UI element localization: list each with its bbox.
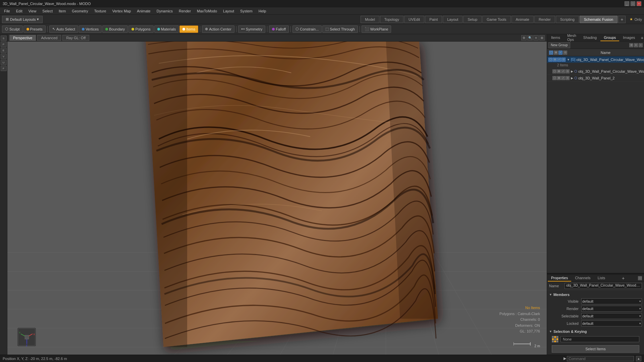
tree-child-2[interactable]: ⬡ ⊞ ✓ ⊙ ▶ ⬡ obj_3D_Wall_Panel_2 [547, 75, 644, 81]
tree-child1-icon-3[interactable]: ✓ [561, 69, 565, 73]
locked-select[interactable]: default ▾ [581, 320, 642, 326]
right-tab-groups[interactable]: Groups [600, 35, 619, 41]
star-only-toggle[interactable]: ★ Only [630, 17, 642, 21]
tree-root-icon-4[interactable]: ⊙ [561, 58, 566, 62]
left-tool-1[interactable]: S [1, 36, 7, 41]
tree-child2-icon-4[interactable]: ⊙ [566, 76, 570, 80]
menu-animate[interactable]: Animate [134, 8, 153, 14]
name-value[interactable]: obj_3D_Wall_Panel_Circular_Wave_Wood (2) [565, 283, 642, 289]
menu-layout[interactable]: Layout [220, 8, 237, 14]
tree-child-1[interactable]: ⬡ ⊞ ✓ ⊙ ▶ ⬡ obj_3D_Wall_Panel_Circular_W… [547, 68, 644, 75]
tab-model[interactable]: Model [361, 16, 379, 23]
select-through-button[interactable]: ⬚ Select Through [322, 25, 358, 33]
tree-root-icon-3[interactable]: ✓ [557, 58, 561, 62]
viewport-icon-4[interactable]: ⊞ [539, 35, 545, 41]
left-tool-2[interactable]: P [1, 42, 7, 47]
selection-keying-section[interactable]: ▼ Selection & Keying [549, 328, 642, 335]
polygons-button[interactable]: Polygons [128, 25, 153, 33]
selectable-select[interactable]: default ▾ [581, 313, 642, 319]
right-tab-images[interactable]: Images [620, 35, 638, 41]
layout-dropdown[interactable]: ⊞ Default Layouts ▾ [2, 16, 43, 23]
header-icon-1[interactable]: ⬡ [549, 51, 553, 55]
menu-system[interactable]: System [237, 8, 255, 14]
visible-select[interactable]: default ▾ [581, 298, 642, 304]
groups-icon-1[interactable]: ⚙ [629, 43, 633, 47]
tree-child2-icon-3[interactable]: ✓ [561, 76, 565, 80]
members-section[interactable]: ▼ Members [549, 292, 642, 298]
props-tab-properties[interactable]: Properties [548, 275, 571, 282]
tab-layout[interactable]: Layout [443, 16, 463, 23]
viewport-tab-perspective[interactable]: Perspective [9, 35, 36, 41]
auto-select-button[interactable]: ↖ Auto Select [49, 25, 78, 33]
viewport-canvas[interactable]: No Items Polygons : Catmull-Clark Channe… [7, 42, 547, 355]
viewport-icon-3[interactable]: ≡ [533, 35, 539, 41]
tab-render[interactable]: Render [534, 16, 555, 23]
workplane-button[interactable]: ⬛ WorkPlane [362, 25, 391, 33]
select-items-button[interactable]: Select Items [552, 345, 639, 353]
left-tool-4[interactable]: V [1, 54, 7, 59]
right-tab-items[interactable]: Items [548, 35, 564, 41]
menu-render[interactable]: Render [176, 8, 194, 14]
presets-button[interactable]: Presets [23, 25, 46, 33]
tab-uvedit[interactable]: UVEdit [404, 16, 424, 23]
tab-game-tools[interactable]: Game Tools [482, 16, 511, 23]
render-select[interactable]: default ▾ [581, 306, 642, 312]
keying-grid-icon[interactable] [552, 336, 558, 343]
menu-dynamics[interactable]: Dynamics [154, 8, 175, 14]
maximize-button[interactable]: □ [631, 1, 635, 6]
tab-topology[interactable]: Topology [380, 16, 404, 23]
tree-child1-icon-2[interactable]: ⊞ [557, 69, 561, 73]
tab-schematic-fusion[interactable]: Schematic Fusion [580, 16, 618, 23]
tab-scripting[interactable]: Scripting [556, 16, 579, 23]
new-group-button[interactable]: New Group [548, 42, 570, 48]
header-icon-4[interactable]: ⊙ [563, 51, 567, 55]
tree-child2-icon-2[interactable]: ⊞ [557, 76, 561, 80]
right-tab-shading[interactable]: Shading [580, 35, 600, 41]
close-button[interactable]: × [637, 1, 641, 6]
add-props-tab-button[interactable]: + [620, 276, 627, 281]
menu-maxtomode[interactable]: MaxToModo [194, 8, 220, 14]
viewport-render-mode[interactable]: Ray GL: Off [62, 35, 89, 41]
viewport-tab-advanced[interactable]: Advanced [37, 35, 61, 41]
menu-geometry[interactable]: Geometry [69, 8, 91, 14]
menu-view[interactable]: View [26, 8, 39, 14]
tab-animate[interactable]: Animate [512, 16, 534, 23]
props-expand-icon[interactable]: ⬡ [638, 276, 642, 280]
menu-vertex-map[interactable]: Vertex Map [110, 8, 134, 14]
header-icon-2[interactable]: ⊞ [554, 51, 558, 55]
tree-child1-icon-1[interactable]: ⬡ [552, 69, 556, 73]
tab-setup[interactable]: Setup [463, 16, 482, 23]
tree-root-icon-2[interactable]: ⊞ [553, 58, 557, 62]
falloff-button[interactable]: Falloff [269, 25, 289, 33]
menu-file[interactable]: File [1, 8, 13, 14]
header-icon-3[interactable]: ✓ [558, 51, 562, 55]
tree-child2-icon-1[interactable]: ⬡ [552, 76, 556, 80]
add-right-tab-button[interactable]: + [639, 35, 644, 41]
vertices-button[interactable]: Vertices [79, 25, 102, 33]
tree-child1-icon-4[interactable]: ⊙ [566, 69, 570, 73]
viewport[interactable]: Perspective Advanced Ray GL: Off ⚙ 🔍 ≡ ⊞ [7, 34, 547, 355]
menu-select[interactable]: Select [40, 8, 55, 14]
symmetry-button[interactable]: ⊷ Symmetry [238, 25, 266, 33]
action-center-button[interactable]: ⊕ Action Center [202, 25, 234, 33]
groups-icon-2[interactable]: ≡ [634, 43, 638, 47]
minimize-button[interactable]: _ [625, 1, 629, 6]
window-controls[interactable]: _ □ × [625, 1, 641, 6]
viewport-icon-1[interactable]: ⚙ [521, 35, 527, 41]
status-expand-button[interactable]: ▲ [636, 356, 641, 361]
props-tab-channels[interactable]: Channels [572, 275, 594, 282]
viewport-icon-2[interactable]: 🔍 [527, 35, 533, 41]
command-arrow-icon[interactable]: ▶ [564, 356, 566, 361]
menu-texture[interactable]: Texture [92, 8, 109, 14]
tab-paint[interactable]: Paint [425, 16, 442, 23]
menu-item[interactable]: Item [56, 8, 68, 14]
tree-root-icon-1[interactable]: ⬡ [548, 58, 552, 62]
constrain-button[interactable]: ⬡ Constrain... [292, 25, 322, 33]
command-input[interactable] [567, 356, 634, 361]
none-button[interactable]: None [560, 336, 639, 342]
groups-icon-3[interactable]: + [639, 43, 643, 47]
props-tab-lists[interactable]: Lists [594, 275, 609, 282]
menu-edit[interactable]: Edit [13, 8, 25, 14]
items-button[interactable]: Items [179, 25, 198, 33]
tree-root-item[interactable]: ⬡ ⊞ ✓ ⊙ ▼ [G] obj_3D_Wall_Panel_Circular… [547, 56, 644, 63]
